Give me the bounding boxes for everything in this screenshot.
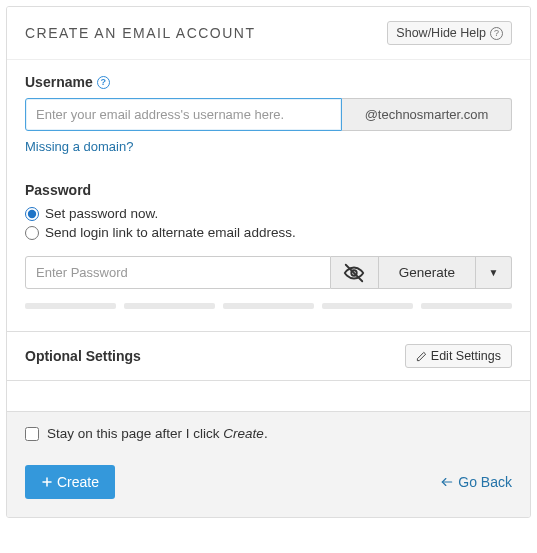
arrow-left-icon xyxy=(440,475,454,489)
strength-segment xyxy=(124,303,215,309)
go-back-label: Go Back xyxy=(458,474,512,490)
optional-settings-header: Optional Settings Edit Settings xyxy=(7,331,530,381)
stay-on-page-row[interactable]: Stay on this page after I click Create. xyxy=(25,426,512,441)
generate-password-button[interactable]: Generate xyxy=(379,256,476,289)
optional-settings-title: Optional Settings xyxy=(25,348,141,364)
username-input[interactable] xyxy=(25,98,342,131)
optional-settings-body xyxy=(7,381,530,411)
strength-segment xyxy=(223,303,314,309)
plus-icon xyxy=(41,476,53,488)
help-icon[interactable]: ? xyxy=(97,76,110,89)
radio-set-password-now-label: Set password now. xyxy=(45,206,158,221)
password-input-row: Generate ▼ xyxy=(25,256,512,289)
panel-header: CREATE AN EMAIL ACCOUNT Show/Hide Help ? xyxy=(7,7,530,60)
username-label-row: Username ? xyxy=(25,74,512,90)
username-label: Username xyxy=(25,74,93,90)
stay-prefix: Stay on this page after I click xyxy=(47,426,223,441)
radio-send-login-link-input[interactable] xyxy=(25,226,39,240)
password-strength-meter xyxy=(25,303,512,309)
stay-suffix: . xyxy=(264,426,268,441)
missing-domain-link[interactable]: Missing a domain? xyxy=(25,139,133,154)
radio-send-login-link[interactable]: Send login link to alternate email addre… xyxy=(25,225,512,240)
radio-send-login-link-label: Send login link to alternate email addre… xyxy=(45,225,296,240)
domain-suffix: @technosmarter.com xyxy=(342,98,512,131)
edit-settings-label: Edit Settings xyxy=(431,349,501,363)
panel-title: CREATE AN EMAIL ACCOUNT xyxy=(25,25,256,41)
password-label: Password xyxy=(25,182,512,198)
strength-segment xyxy=(421,303,512,309)
create-email-panel: CREATE AN EMAIL ACCOUNT Show/Hide Help ?… xyxy=(6,6,531,518)
help-button-label: Show/Hide Help xyxy=(396,26,486,40)
strength-segment xyxy=(25,303,116,309)
stay-on-page-label: Stay on this page after I click Create. xyxy=(47,426,268,441)
go-back-link[interactable]: Go Back xyxy=(440,474,512,490)
caret-down-icon: ▼ xyxy=(489,267,499,278)
toggle-password-visibility-button[interactable] xyxy=(331,256,379,289)
radio-set-password-now-input[interactable] xyxy=(25,207,39,221)
radio-set-password-now[interactable]: Set password now. xyxy=(25,206,512,221)
generate-dropdown-button[interactable]: ▼ xyxy=(476,256,512,289)
show-hide-help-button[interactable]: Show/Hide Help ? xyxy=(387,21,512,45)
form-section: Username ? @technosmarter.com Missing a … xyxy=(7,60,530,331)
create-button-label: Create xyxy=(57,474,99,490)
panel-footer: Stay on this page after I click Create. … xyxy=(7,411,530,517)
generate-password-label: Generate xyxy=(399,265,455,280)
pencil-icon xyxy=(416,351,427,362)
button-row: Create Go Back xyxy=(25,465,512,499)
strength-segment xyxy=(322,303,413,309)
edit-settings-button[interactable]: Edit Settings xyxy=(405,344,512,368)
stay-action: Create xyxy=(223,426,264,441)
create-button[interactable]: Create xyxy=(25,465,115,499)
stay-on-page-checkbox[interactable] xyxy=(25,427,39,441)
help-icon: ? xyxy=(490,27,503,40)
username-input-row: @technosmarter.com xyxy=(25,98,512,131)
password-input[interactable] xyxy=(25,256,331,289)
eye-slash-icon xyxy=(343,262,365,284)
